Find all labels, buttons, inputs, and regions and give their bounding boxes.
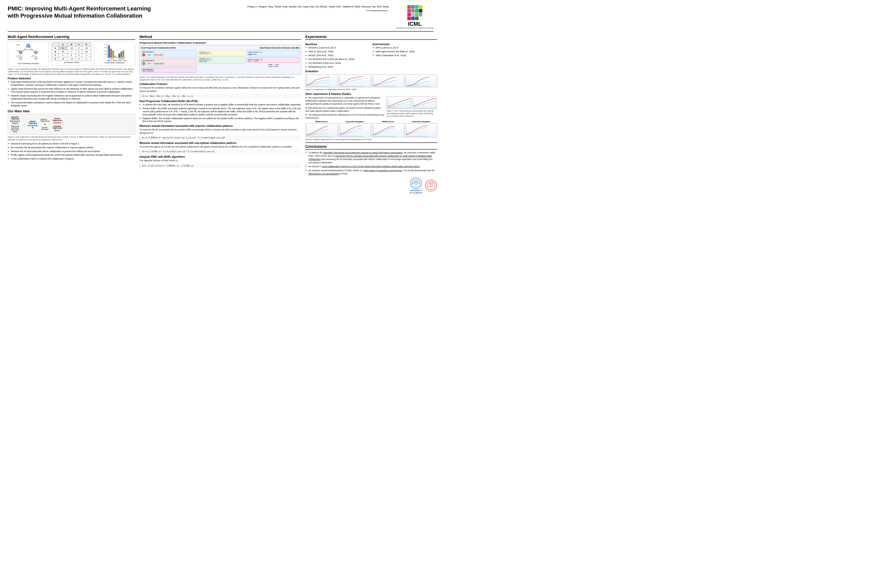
svg-rect-33 — [123, 50, 124, 57]
eq-objective: J(π) = 𝔼_π[Σ_{t≥0} γᵗrₜ] + I_MINE(s; u) … — [140, 164, 301, 168]
other-exp-header: Other experiments & Ablation Studies — [305, 93, 437, 96]
svg-text:天津大学: 天津大学 — [414, 186, 418, 188]
other-exp-text-block: ➤ The experiments of maximizing I(s;u) s… — [305, 96, 384, 120]
dot-ib1 — [28, 125, 29, 126]
fig1b-label: (b) Reward matrix — [52, 61, 91, 64]
traj-seq-2: Traj 1(R₁) □□□□ →Traj N (R_N) □□□□train … — [198, 56, 246, 63]
fig1c-label: (c) Behavior distribution — [96, 62, 134, 64]
framework-agents-section: Joint behavior A 1 → store → Positive Bu… — [141, 50, 196, 73]
method-section-header: Method — [140, 35, 301, 40]
baseline-6: RODE(Wang et al., 2020) — [305, 66, 370, 69]
icml-cell-16 — [419, 16, 422, 20]
reward-row-N: N -30 -10 0 0 — [52, 57, 91, 61]
page-header: PMIC: Improving Multi-Agent Reinforcemen… — [8, 5, 434, 32]
env-2: Multi-Agent MuJoCo (de Wittet al., 2020) — [373, 50, 437, 53]
inferior-dots — [28, 125, 38, 128]
reward-cell-BB: 7 — [67, 50, 76, 54]
agent1-icons: 1 → store → Positive Buffer — [142, 53, 195, 56]
svg-text:behavior B: behavior B — [16, 56, 23, 57]
svg-text:Joint behavior A: Joint behavior A — [23, 49, 33, 51]
svg-text:天津大学: 天津大学 — [428, 182, 434, 184]
icml-cell-5 — [407, 9, 411, 12]
other-exp-span-1: ➤ — [305, 96, 307, 99]
du-pcb-bullet-3: Negative Buffer: We consider collaborati… — [140, 117, 301, 123]
agent1-icon: 1 — [142, 53, 145, 56]
uni-logos: TIANJIN UNIVERSITY 1895 天津大学 UNIVERSITYO… — [305, 177, 437, 194]
du-pcb-bullet-2: Positive Buffer: this buffer only keeps … — [140, 107, 301, 116]
icml-title: ICML — [408, 21, 422, 27]
ablation-plot-2 — [338, 123, 371, 137]
tianjin-name: UNIVERSITYOF ALBERTA — [410, 189, 423, 194]
dot-ir2 — [56, 130, 58, 131]
main-idea-bullet-4: Finally, agents could progressively brea… — [8, 154, 135, 157]
tianjin-logo-svg: TIANJIN UNIVERSITY 1895 天津大学 — [410, 177, 422, 189]
mine-label: MINE — [248, 53, 253, 56]
svg-rect-31 — [118, 54, 120, 57]
environments-list: MPE (Lowe et al.,2017) Multi-Agent MuJoC… — [373, 46, 437, 57]
baseline-4: Fac-MADDPG and COMIX (de Witt et al., 20… — [305, 58, 370, 61]
inferior-label: Joint behavior C — [142, 68, 195, 70]
superior-dots-left — [10, 120, 20, 124]
fig1a-label: (a) A motivating example — [9, 62, 48, 65]
main-idea-header: Our Main Idea — [8, 109, 135, 113]
reward-row-label-A: A — [52, 46, 58, 50]
reward-cell-NB: -10 — [67, 57, 76, 61]
integrate-text: The objective function of PMIC-MARL is — [140, 159, 301, 162]
reward-cell-CB: 6 — [67, 54, 76, 57]
dot-r3 — [16, 120, 18, 122]
dot-ib5 — [36, 125, 38, 126]
authors-text: Pengyi Li, Hongyao Tang, Tianpei Yang, X… — [247, 5, 388, 12]
inferior-sublabel: Inferior trajectories — [142, 70, 195, 72]
ablation-plot-label-2: Cooperative Navigation — [338, 121, 371, 123]
icml-cell-7 — [415, 9, 418, 12]
plot-mpe-1 — [372, 75, 404, 87]
svg-text:VM3: VM3 — [115, 60, 117, 61]
dot-ib6 — [32, 127, 33, 128]
reward-cell-CA: 0 — [58, 54, 67, 57]
du-pcb-bullet-1: To achieve the main idea, we introduce D… — [140, 104, 301, 106]
problem-bullet-4: The mutual information calculations used… — [8, 101, 135, 108]
fsa-label: f(s,a) — [253, 53, 256, 56]
main-idea-diagram: SuperiorTrajectory Trajectoriesgenerated… — [8, 114, 135, 135]
problem-bullet-1: Multi-Agent Reinforcement Learning (MARL… — [8, 81, 135, 87]
agent2-label: Joint behavior B — [142, 60, 195, 62]
traj-seq-1: Traj 1(R₁) □□□□ →Traj N (R_N) □□□□ — [198, 50, 246, 56]
agent2-arrow: → store → — [146, 63, 152, 64]
dot-sr3 — [57, 122, 59, 123]
svg-text:TIANJIN: TIANJIN — [429, 184, 434, 186]
reward-header-N: N — [82, 43, 91, 46]
ablation-plot-label-1: Wildlife Rescue — [305, 121, 338, 123]
page-title: PMIC: Improving Multi-Agent Reinforcemen… — [8, 5, 242, 19]
baselines-col: Baselines MADDPG (Lowe et al.,2017) VM3-… — [305, 41, 370, 74]
inferior-block: Joint behavior C Inferior trajectories — [141, 68, 196, 73]
other-exp-text-3: ➤ The ablations demonstrate the effectiv… — [305, 113, 384, 120]
svg-text:UNIVERSITY: UNIVERSITY — [412, 182, 420, 184]
dot-b1 — [14, 120, 16, 122]
environments-header: Environments — [373, 43, 437, 46]
eq-mine: I(s; u) ≥ I_MINE(s; u) = sup_{ω} [𝔼_{𝒫_s… — [140, 135, 301, 140]
plot-svg-2 — [339, 75, 370, 87]
minimize-mi-text: To ensure that agents do not fall into s… — [140, 145, 301, 148]
dot-r1 — [10, 120, 12, 122]
tianjin-uni-block2: 天津大学 TIANJIN UNIVERSITY 1895 — [425, 179, 437, 192]
reward-header-B: B — [67, 43, 76, 46]
svg-text:MA: MA — [124, 60, 126, 61]
superior-label-small: SuperiorTrajectories — [40, 118, 50, 122]
maximize-mi-header: Maximize mutual information associated w… — [140, 124, 301, 128]
framework-headers: Dual Progressive Collaboration Buffer Du… — [141, 47, 299, 49]
env-1: MPE (Lowe et al.,2017) — [373, 46, 437, 50]
dot-r4 — [14, 123, 16, 124]
svg-text:Optimal: Optimal — [110, 58, 114, 60]
collab-criterion-text: To measure the correlation between agent… — [140, 86, 301, 93]
superior-traj-right-label2: SuperiorTrajectories — [52, 125, 62, 129]
svg-text:behavior C: behavior C — [31, 56, 38, 57]
icml-cell-2 — [411, 5, 415, 9]
maximize-mi-text: To maximize the MI associated with the p… — [140, 128, 301, 135]
superior-traj-label: SuperiorTrajectory — [11, 116, 19, 120]
state-encoder-block: State Encoder T_ω₁ MINE f(s,a) — [247, 50, 299, 56]
motivating-example-svg: A 1 2 B C — [16, 43, 41, 62]
left-column: Multi-Agent Reinforcement Learning A 1 2… — [8, 35, 135, 161]
ablation-plot-4 — [405, 123, 437, 137]
svg-text:0.6: 0.6 — [104, 47, 106, 48]
dot-b4 — [16, 123, 18, 124]
